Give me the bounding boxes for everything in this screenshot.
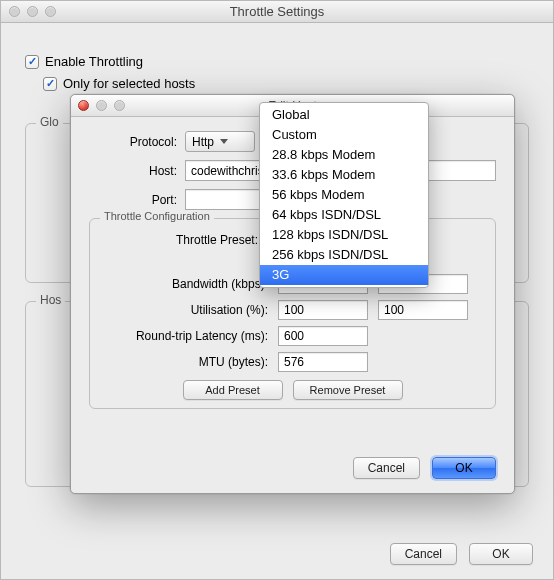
menu-item[interactable]: 3G: [260, 265, 428, 285]
throttle-config-title: Throttle Configuration: [100, 210, 214, 222]
protocol-select[interactable]: Http: [185, 131, 255, 152]
ok-button[interactable]: OK: [469, 543, 533, 565]
mtu-input[interactable]: [278, 352, 368, 372]
minimize-icon[interactable]: [96, 100, 107, 111]
checkbox-icon: ✓: [43, 77, 57, 91]
cancel-button[interactable]: Cancel: [353, 457, 420, 479]
ok-button[interactable]: OK: [432, 457, 496, 479]
bandwidth-label: Bandwidth (kbps):: [98, 277, 268, 291]
menu-item[interactable]: Custom: [260, 125, 428, 145]
menu-item[interactable]: 64 kbps ISDN/DSL: [260, 205, 428, 225]
enable-throttling-label: Enable Throttling: [45, 54, 143, 69]
menu-item[interactable]: 256 kbps ISDN/DSL: [260, 245, 428, 265]
dialog-traffic-lights: [78, 100, 125, 111]
window-titlebar: Throttle Settings: [1, 1, 553, 23]
window-traffic-lights: [9, 6, 56, 17]
window-title: Throttle Settings: [230, 4, 325, 19]
port-label: Port:: [89, 193, 177, 207]
utilisation-upload-input[interactable]: [378, 300, 468, 320]
utilisation-label: Utilisation (%):: [98, 303, 268, 317]
menu-item[interactable]: Global: [260, 105, 428, 125]
zoom-icon[interactable]: [45, 6, 56, 17]
close-icon[interactable]: [78, 100, 89, 111]
menu-item[interactable]: 33.6 kbps Modem: [260, 165, 428, 185]
cancel-button[interactable]: Cancel: [390, 543, 457, 565]
throttle-preset-menu[interactable]: GlobalCustom28.8 kbps Modem33.6 kbps Mod…: [259, 102, 429, 288]
throttle-preset-label: Throttle Preset:: [98, 233, 258, 247]
enable-throttling-checkbox[interactable]: ✓ Enable Throttling: [25, 54, 143, 69]
host-label: Host:: [89, 164, 177, 178]
mtu-label: MTU (bytes):: [98, 355, 268, 369]
remove-preset-button[interactable]: Remove Preset: [293, 380, 403, 400]
zoom-icon[interactable]: [114, 100, 125, 111]
only-selected-hosts-checkbox[interactable]: ✓ Only for selected hosts: [43, 76, 195, 91]
utilisation-download-input[interactable]: [278, 300, 368, 320]
protocol-value: Http: [192, 135, 214, 149]
hosts-groupbox-title: Hos: [36, 293, 65, 307]
menu-item[interactable]: 56 kbps Modem: [260, 185, 428, 205]
menu-item[interactable]: 28.8 kbps Modem: [260, 145, 428, 165]
close-icon[interactable]: [9, 6, 20, 17]
rtt-input[interactable]: [278, 326, 368, 346]
add-preset-button[interactable]: Add Preset: [183, 380, 283, 400]
menu-item[interactable]: 128 kbps ISDN/DSL: [260, 225, 428, 245]
protocol-label: Protocol:: [89, 135, 177, 149]
dialog-footer: Cancel OK: [353, 457, 496, 479]
chevron-down-icon: [220, 139, 228, 144]
global-groupbox-title: Glo: [36, 115, 63, 129]
checkbox-icon: ✓: [25, 55, 39, 69]
minimize-icon[interactable]: [27, 6, 38, 17]
rtt-label: Round-trip Latency (ms):: [98, 329, 268, 343]
main-footer: Cancel OK: [390, 543, 533, 565]
only-selected-hosts-label: Only for selected hosts: [63, 76, 195, 91]
